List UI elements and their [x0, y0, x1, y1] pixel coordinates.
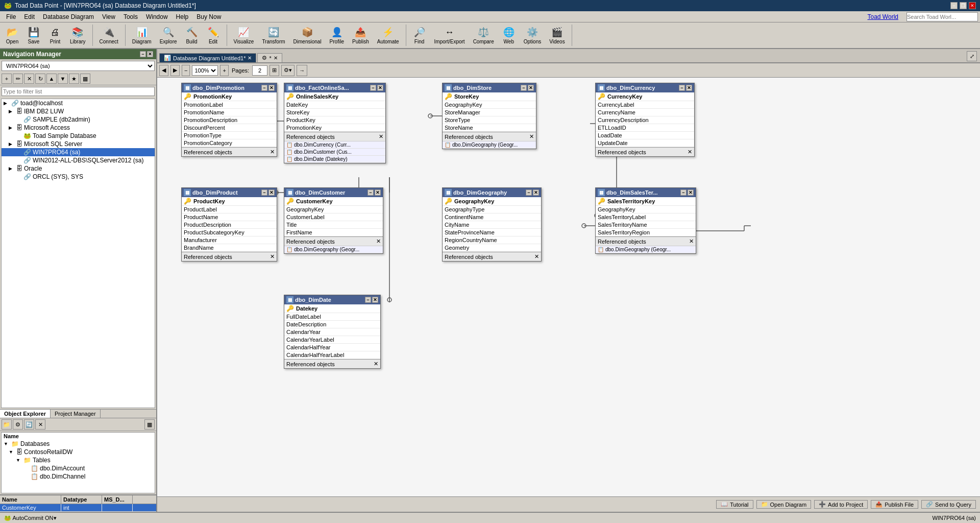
menu-view[interactable]: View [98, 12, 119, 21]
fact-online-minimize-btn[interactable]: − [370, 85, 376, 91]
dim-promotion-ref-close[interactable]: ✕ [270, 149, 275, 155]
obj-dim-channel[interactable]: 📋 dbo.DimChannel [2, 472, 155, 481]
nav-grid-btn[interactable]: ▦ [80, 74, 90, 84]
menu-edit[interactable]: Edit [20, 12, 39, 21]
tab-project-manager[interactable]: Project Manager [51, 410, 101, 418]
content-pane-expand-btn[interactable]: ⤢ [967, 51, 977, 61]
restore-btn[interactable]: ❐ [960, 2, 967, 9]
menu-window[interactable]: Window [142, 12, 172, 21]
tab-star[interactable]: ⚙ * ✕ [257, 53, 282, 62]
connect-button[interactable]: 🔌 Connect [96, 25, 122, 46]
tree-item-mssql[interactable]: ▶ 🗄 Microsoft SQL Server [2, 140, 155, 148]
diag-next-btn[interactable]: ▶ [170, 65, 180, 76]
obj-dim-account[interactable]: 📋 dbo.DimAccount [2, 464, 155, 472]
compare-button[interactable]: ⚖️ Compare [470, 25, 498, 46]
tree-item-orcl[interactable]: 🔗 ORCL (SYS), SYS [2, 173, 155, 181]
dim-store-close-btn[interactable]: ✕ [528, 85, 534, 91]
search-toad-world-input[interactable] [906, 12, 978, 21]
ref-item-customer[interactable]: 📋 dbo.DimCustomer (Cus... [284, 149, 385, 156]
dim-product-ref-objects[interactable]: Referenced objects ✕ [182, 252, 277, 261]
dim-currency-close-btn[interactable]: ✕ [686, 85, 692, 91]
tab-object-explorer[interactable]: Object Explorer [0, 410, 51, 418]
publish-button[interactable]: 📤 Publish [349, 25, 373, 46]
tree-item-oracle[interactable]: ▶ 🗄 Oracle [2, 164, 155, 173]
dim-product-ref-close[interactable]: ✕ [270, 253, 275, 260]
dim-salester-header[interactable]: ▦ dbo_DimSalesTer... − ✕ [596, 188, 696, 197]
nav-edit-btn[interactable]: ✏ [13, 74, 23, 84]
add-to-project-btn[interactable]: ➕ Add to Project [814, 500, 868, 509]
obj-toolbar-grid-btn[interactable]: ▦ [144, 419, 155, 430]
tree-item-win7pro64[interactable]: 🔗 WIN7PRO64 (sa) [2, 148, 155, 156]
tree-item-ibm-db2[interactable]: ▶ 🗄 IBM DB2 LUW [2, 107, 155, 115]
tree-item-win2012[interactable]: 🔗 WIN2012-ALL-DBS\SQLServer2012 (sa) [2, 156, 155, 164]
dim-customer-ref-objects[interactable]: Referenced objects ✕ [284, 236, 383, 246]
tab-close-btn[interactable]: ✕ [248, 55, 252, 61]
dim-salester-minimize-btn[interactable]: − [680, 189, 687, 196]
dim-store-ref-close[interactable]: ✕ [529, 133, 534, 140]
ref-item-currency[interactable]: 📋 dbo.DimCurrency (Curr... [284, 141, 385, 149]
obj-toolbar-btn2[interactable]: ⚙ [13, 419, 23, 430]
dim-promotion-header[interactable]: ▦ dbo_DimPromotion − ✕ [182, 83, 277, 92]
nav-add-btn[interactable]: + [2, 74, 12, 84]
dim-date-close-btn[interactable]: ✕ [372, 297, 378, 303]
fact-online-close-btn[interactable]: ✕ [377, 85, 383, 91]
nav-refresh-btn[interactable]: ↻ [35, 74, 45, 84]
tab-star-close-btn[interactable]: ✕ [274, 55, 278, 61]
dim-store-header[interactable]: ▦ dbo_DimStore − ✕ [443, 83, 536, 92]
web-button[interactable]: 🌐 Web [499, 25, 519, 46]
dim-store-ref-objects[interactable]: Referenced objects ✕ [443, 132, 536, 141]
transform-button[interactable]: 🔄 Transform [258, 25, 288, 46]
zoom-select[interactable]: 100% 50% 75% 125% 150% 200% [192, 65, 218, 76]
dim-promotion-minimize-btn[interactable]: − [261, 85, 267, 91]
dim-product-minimize-btn[interactable]: − [261, 189, 267, 196]
publish-file-btn[interactable]: 📤 Publish File [871, 500, 918, 509]
open-button[interactable]: 📂 Open [2, 25, 22, 46]
menu-tools[interactable]: Tools [119, 12, 142, 21]
obj-tables[interactable]: ▼ 📁 Tables [2, 456, 155, 464]
nav-star-btn[interactable]: ★ [69, 74, 79, 84]
minimize-btn[interactable]: − [950, 2, 958, 9]
tree-item-msaccess[interactable]: ▶ 🗄 Microsoft Access [2, 124, 155, 132]
menu-buy-now[interactable]: Buy Now [192, 12, 225, 21]
dim-product-header[interactable]: ▦ dbo_DimProduct − ✕ [182, 188, 277, 197]
ref-item-geography-c[interactable]: 📋 dbo.DimGeography (Geogr... [284, 246, 383, 253]
ref-item-dimdate[interactable]: 📋 dbo.DimDate (Datekey) [284, 156, 385, 163]
diag-prev-btn[interactable]: ◀ [159, 65, 168, 76]
dim-geography-close-btn[interactable]: ✕ [533, 189, 539, 196]
dim-geography-ref-objects[interactable]: Referenced objects ✕ [443, 252, 541, 261]
tree-item-toad[interactable]: ▶ 🔗 toad@localhost [2, 99, 155, 107]
videos-button[interactable]: 🎬 Videos [546, 25, 568, 46]
obj-toolbar-btn1[interactable]: 📁 [2, 419, 12, 430]
dim-date-minimize-btn[interactable]: − [365, 297, 371, 303]
menu-help[interactable]: Help [172, 12, 193, 21]
dim-currency-ref-objects[interactable]: Referenced objects ✕ [596, 147, 694, 156]
dim-date-ref-objects[interactable]: Referenced objects ✕ [284, 359, 380, 368]
nav-delete-btn[interactable]: ✕ [24, 74, 34, 84]
diag-zoom-in-btn[interactable]: + [220, 65, 228, 76]
options-button[interactable]: ⚙️ Options [520, 25, 545, 46]
open-diagram-btn[interactable]: 📁 Open Diagram [756, 500, 812, 509]
edit-button[interactable]: ✏️ Edit [203, 25, 224, 46]
nav-close-btn[interactable]: ✕ [147, 51, 153, 57]
explore-button[interactable]: 🔍 Explore [156, 25, 181, 46]
tree-item-sample[interactable]: 🔗 SAMPLE (db2admin) [2, 115, 155, 124]
diag-zoom-out-btn[interactable]: − [182, 65, 190, 76]
menu-database-diagram[interactable]: Database Diagram [39, 12, 98, 21]
nav-down-btn[interactable]: ▼ [58, 74, 68, 84]
nav-filter-input[interactable] [2, 87, 155, 96]
fact-online-header[interactable]: ▦ dbo_FactOnlineSa... − ✕ [284, 83, 385, 92]
tab-database-diagram[interactable]: 📊 Database Diagram Untitled1* ✕ [159, 53, 256, 62]
obj-toolbar-btn4[interactable]: ✕ [35, 419, 45, 430]
send-to-query-btn[interactable]: 🔗 Send to Query [921, 500, 976, 509]
automate-button[interactable]: ⚡ Automate [374, 25, 403, 46]
build-button[interactable]: 🔨 Build [182, 25, 202, 46]
menu-file[interactable]: File [2, 12, 20, 21]
profile-button[interactable]: 👤 Profile [326, 25, 348, 46]
ref-item-geography-s[interactable]: 📋 dbo.DimGeography (Geogr... [443, 141, 536, 149]
autocommit-indicator[interactable]: 🐸 AutoCommit ON▾ [4, 515, 57, 521]
grid-row-customerkey[interactable]: CustomerKey int [0, 504, 156, 512]
dim-promotion-close-btn[interactable]: ✕ [268, 85, 275, 91]
dim-geography-header[interactable]: ▦ dbo_DimGeography − ✕ [443, 188, 541, 197]
dim-product-close-btn[interactable]: ✕ [268, 189, 275, 196]
dim-promotion-ref-objects[interactable]: Referenced objects ✕ [182, 147, 277, 156]
